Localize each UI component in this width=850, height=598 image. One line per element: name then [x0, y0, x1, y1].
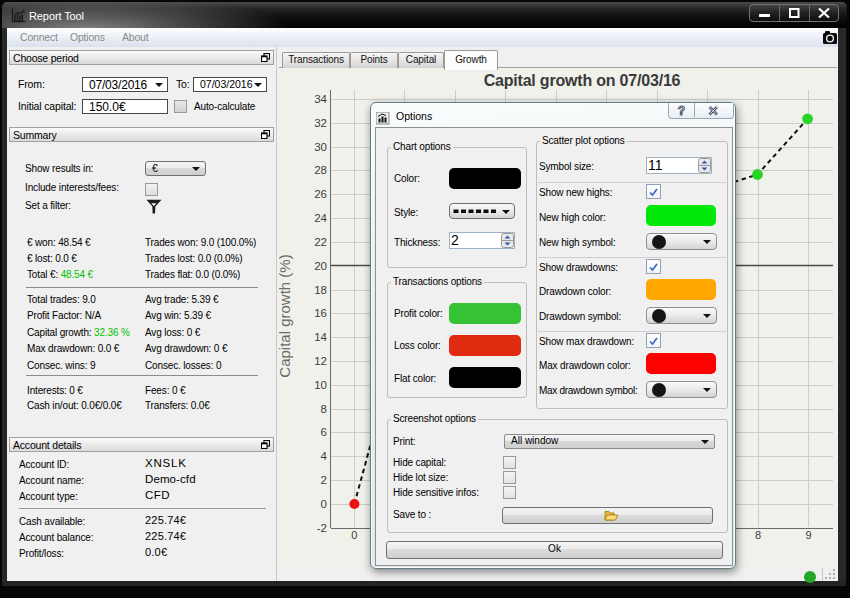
- svg-text:Capital growth (%): Capital growth (%): [279, 254, 293, 377]
- svg-text:-2: -2: [317, 522, 327, 534]
- svg-text:6: 6: [321, 426, 327, 438]
- svg-text:30: 30: [314, 141, 327, 153]
- svg-text:?: ?: [678, 104, 685, 117]
- svg-text:12: 12: [314, 355, 327, 367]
- svg-text:2: 2: [321, 474, 327, 486]
- svg-text:24: 24: [314, 212, 327, 224]
- svg-text:18: 18: [314, 284, 327, 296]
- svg-text:34: 34: [314, 93, 327, 105]
- svg-text:0: 0: [351, 529, 357, 541]
- svg-text:26: 26: [314, 188, 327, 200]
- svg-text:4: 4: [321, 450, 328, 462]
- svg-text:14: 14: [314, 331, 327, 343]
- svg-text:8: 8: [755, 529, 761, 541]
- svg-text:9: 9: [805, 529, 811, 541]
- svg-text:10: 10: [314, 379, 327, 391]
- svg-text:22: 22: [314, 236, 327, 248]
- svg-text:32: 32: [314, 117, 327, 129]
- svg-text:28: 28: [314, 164, 327, 176]
- svg-text:0: 0: [321, 498, 327, 510]
- svg-text:16: 16: [314, 307, 327, 319]
- svg-text:20: 20: [314, 260, 327, 272]
- svg-text:8: 8: [321, 403, 327, 415]
- svg-text:Capital growth on 07/03/16: Capital growth on 07/03/16: [484, 72, 681, 89]
